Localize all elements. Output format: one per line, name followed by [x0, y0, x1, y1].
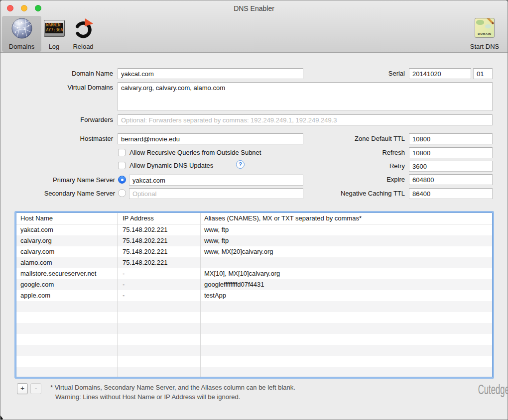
table-header: Host Name IP Address Aliases (CNAMES), M…: [16, 213, 492, 224]
add-row-button[interactable]: +: [17, 383, 28, 394]
toolbar-button-reload[interactable]: Reload: [67, 16, 100, 52]
table-cell[interactable]: 75.148.202.221: [117, 224, 200, 235]
table-cell: [16, 301, 117, 312]
domain-map-icon: DOMAIN: [475, 18, 495, 38]
table-row[interactable]: yakcat.com75.148.202.221www, ftp: [16, 224, 492, 235]
table-cell[interactable]: MX[10], MX[10]calvary.org: [200, 268, 492, 279]
table-empty-row[interactable]: [16, 345, 492, 356]
table-empty-row[interactable]: [16, 356, 492, 367]
allow-recursive-label: Allow Recursive Queries from Outside Sub…: [129, 147, 261, 158]
hosts-table[interactable]: Host Name IP Address Aliases (CNAMES), M…: [16, 212, 493, 377]
table-cell: [200, 356, 492, 367]
table-cell: [16, 367, 117, 377]
toolbar-button-domains[interactable]: Domains: [2, 16, 41, 52]
footnote-line1: * Virtual Domains, Secondary Name Server…: [50, 383, 295, 392]
table-cell: [200, 323, 492, 334]
table-empty-row[interactable]: [16, 323, 492, 334]
table-cell[interactable]: yakcat.com: [16, 224, 117, 235]
primary-ns-field[interactable]: [129, 175, 303, 186]
retry-field[interactable]: [409, 161, 493, 172]
table-cell[interactable]: calvary.com: [16, 246, 117, 257]
table-cell: [16, 345, 117, 356]
table-cell[interactable]: alamo.com: [16, 257, 117, 268]
map-land-patch: [476, 20, 484, 25]
table-cell[interactable]: googleffffffffd07f4431: [200, 279, 492, 290]
table-cell[interactable]: www, MX[20]calvary.org: [200, 246, 492, 257]
hostmaster-field[interactable]: [118, 133, 303, 144]
table-cell[interactable]: www, ftp: [200, 235, 492, 246]
pencil-icon: [483, 18, 494, 24]
forwarders-label: Forwarders: [80, 114, 113, 125]
serial-label: Serial: [388, 68, 405, 79]
allow-dynamic-checkbox[interactable]: [118, 162, 126, 169]
table-cell[interactable]: apple.com: [16, 290, 117, 301]
remove-row-button[interactable]: -: [30, 383, 41, 394]
column-header-host-name: Host Name: [16, 213, 117, 224]
lcd-line1: WARNIN: [45, 23, 63, 28]
table-cell: [16, 356, 117, 367]
toolbar-button-start-dns[interactable]: DOMAIN Start DNS: [463, 16, 507, 52]
table-row[interactable]: calvary.org75.148.202.221www, ftp: [16, 235, 492, 246]
cutedge-logo: Cutedge: [460, 382, 508, 398]
table-cell[interactable]: [200, 257, 492, 268]
toolbar-label-log: Log: [42, 43, 66, 50]
table-cell[interactable]: mailstore.secureserver.net: [16, 268, 117, 279]
table-row[interactable]: mailstore.secureserver.net-MX[10], MX[10…: [16, 268, 492, 279]
table-cell[interactable]: calvary.org: [16, 235, 117, 246]
primary-ns-radio[interactable]: [118, 176, 126, 184]
window-title: DNS Enabler: [0, 4, 508, 13]
table-cell: [117, 345, 200, 356]
table-empty-row[interactable]: [16, 301, 492, 312]
table-row[interactable]: alamo.com75.148.202.221: [16, 257, 492, 268]
toolbar-label-reload: Reload: [67, 43, 100, 50]
table-row[interactable]: google.com-googleffffffffd07f4431: [16, 279, 492, 290]
column-header-aliases: Aliases (CNAMES), MX or TXT separated by…: [200, 213, 492, 224]
table-empty-row[interactable]: [16, 334, 492, 345]
table-row[interactable]: apple.com-testApp: [16, 290, 492, 301]
negative-caching-ttl-field[interactable]: [409, 188, 493, 199]
table-body: yakcat.com75.148.202.221www, ftpcalvary.…: [16, 224, 492, 377]
forwarders-field[interactable]: [118, 114, 493, 125]
lcd-screen: WARNIN AY7:36A: [45, 23, 63, 33]
table-cell[interactable]: google.com: [16, 279, 117, 290]
table-cell[interactable]: www, ftp: [200, 224, 492, 235]
reload-arrow-icon: [72, 17, 94, 39]
expire-field[interactable]: [409, 174, 493, 185]
serial-suffix-field[interactable]: [473, 68, 493, 79]
table-cell: [200, 367, 492, 377]
negative-caching-ttl-label: Negative Caching TTL: [341, 188, 405, 199]
table-cell: [200, 301, 492, 312]
table-cell[interactable]: -: [117, 268, 200, 279]
refresh-field[interactable]: [409, 147, 493, 158]
zone-default-ttl-field[interactable]: [409, 133, 493, 144]
table-cell: [200, 334, 492, 345]
table-cell: [16, 323, 117, 334]
help-button[interactable]: ?: [236, 160, 245, 169]
map-land-patch: [485, 24, 491, 28]
allow-recursive-checkbox[interactable]: [118, 149, 126, 156]
secondary-ns-radio[interactable]: [118, 189, 126, 197]
table-cell[interactable]: testApp: [200, 290, 492, 301]
table-cell[interactable]: 75.148.202.221: [117, 246, 200, 257]
serial-field[interactable]: [409, 68, 471, 79]
lcd-display-icon: WARNIN AY7:36A: [44, 20, 65, 37]
table-cell: [16, 334, 117, 345]
secondary-ns-field[interactable]: [129, 188, 303, 199]
toolbar-button-log[interactable]: WARNIN AY7:36A Log: [42, 16, 66, 52]
table-cell: [16, 312, 117, 323]
table-cell[interactable]: 75.148.202.221: [117, 257, 200, 268]
table-cell: [117, 356, 200, 367]
virtual-domains-field[interactable]: calvary.org, calvary.com, alamo.com: [118, 82, 493, 111]
footnote-line2: Warning: Lines without Host Name or IP A…: [55, 393, 240, 402]
refresh-label: Refresh: [382, 147, 405, 158]
table-cell[interactable]: 75.148.202.221: [117, 235, 200, 246]
domain-name-field[interactable]: [118, 68, 303, 79]
table-cell[interactable]: -: [117, 279, 200, 290]
column-header-ip-address: IP Address: [117, 213, 200, 224]
table-cell: [117, 301, 200, 312]
virtual-domains-label: Virtual Domains: [67, 82, 113, 93]
table-empty-row[interactable]: [16, 367, 492, 377]
table-empty-row[interactable]: [16, 312, 492, 323]
table-cell[interactable]: -: [117, 290, 200, 301]
table-row[interactable]: calvary.com75.148.202.221www, MX[20]calv…: [16, 246, 492, 257]
